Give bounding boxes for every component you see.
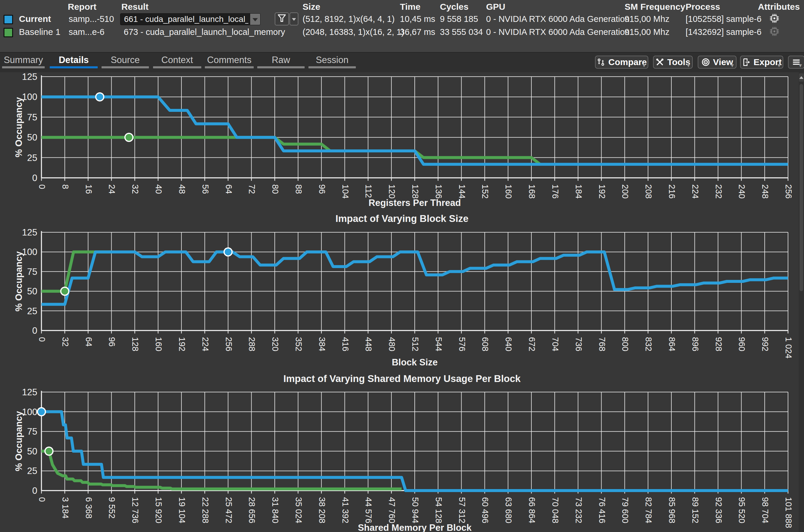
chart3-xlabel: Shared Memory Per Block — [358, 522, 471, 532]
chart1-ylabel: % Occupancy — [14, 97, 24, 157]
tab-underline — [257, 66, 305, 68]
col-process: Process — [686, 2, 720, 12]
row-current-size: (512, 8192, 1)x(64, 4, 1) — [302, 13, 395, 25]
row-baseline-size: (2048, 16383, 1)x(16, 2, 1) — [302, 26, 404, 38]
chart1-xlabel: Registers Per Thread — [369, 198, 461, 208]
tab-source[interactable]: Source — [101, 53, 149, 73]
col-report: Report — [68, 2, 96, 12]
view-button[interactable]: View ▼ — [698, 56, 736, 69]
chevron-down-icon: ▼ — [777, 63, 782, 69]
chevron-down-icon: ▼ — [686, 63, 691, 69]
scroll-up-button[interactable] — [799, 73, 804, 82]
tab-context[interactable]: Context — [153, 53, 201, 73]
attributes-chip-icon[interactable] — [769, 26, 780, 37]
tab-summary[interactable]: Summary — [2, 53, 45, 73]
chart2-title: Impact of Varying Block Size — [335, 213, 468, 224]
attributes-chip-icon[interactable] — [769, 13, 780, 24]
tab-underline — [101, 66, 149, 68]
tab-underline — [50, 66, 98, 68]
col-sm-frequency: SM Frequency — [624, 2, 685, 12]
tab-underline — [308, 66, 356, 68]
export-icon — [742, 58, 750, 66]
compare-icon — [597, 58, 605, 66]
current-color-swatch — [3, 15, 13, 24]
compare-button[interactable]: Compare ▼ — [595, 56, 648, 69]
filter-dropdown-button[interactable] — [289, 13, 298, 25]
chart3-title: Impact of Varying Shared Memory Usage Pe… — [283, 373, 520, 384]
baseline-color-swatch — [3, 28, 13, 37]
row-current-smfreq: 915,00 Mhz — [624, 13, 670, 25]
funnel-icon — [276, 13, 288, 24]
row-current-time: 10,45 ms — [400, 13, 435, 25]
details-charts-pane — [0, 72, 804, 532]
col-cycles: Cycles — [440, 2, 469, 12]
tab-session[interactable]: Session — [308, 53, 356, 73]
chevron-down-icon: ▼ — [641, 63, 647, 69]
tab-details[interactable]: Details — [50, 53, 98, 73]
arrow-up-icon — [799, 76, 803, 79]
page-tabbar: Summary Details Source Context Comments … — [0, 52, 804, 73]
row-baseline-process: [1432692] sample-6 — [686, 26, 761, 38]
result-select[interactable]: 661 - cuda_parallel_launch_local_mer — [120, 13, 261, 25]
scrollbar-thumb[interactable] — [800, 84, 803, 291]
col-result: Result — [121, 2, 149, 12]
chart3-ylabel: % Occupancy — [14, 411, 24, 471]
tools-icon — [655, 58, 664, 66]
row-baseline-name: Baseline 1 — [19, 26, 60, 38]
tab-raw[interactable]: Raw — [257, 53, 305, 73]
result-select-value: 661 - cuda_parallel_launch_local_mer — [124, 14, 248, 25]
row-baseline-time: 36,67 ms — [400, 26, 435, 38]
export-button[interactable]: Export ▼ — [740, 56, 783, 69]
col-gpu: GPU — [486, 2, 505, 12]
chevron-down-icon: ▼ — [798, 63, 803, 69]
view-icon — [701, 58, 710, 66]
tab-underline — [205, 66, 254, 68]
chart2-ylabel: % Occupancy — [14, 251, 24, 311]
col-attributes: Attributes — [758, 2, 800, 12]
tab-underline — [153, 66, 201, 68]
row-baseline-smfreq: 915,00 Mhz — [624, 26, 670, 38]
vertical-scrollbar[interactable] — [799, 72, 804, 532]
row-current-cycles: 9 558 185 — [440, 13, 478, 25]
row-baseline-cycles: 33 555 034 — [440, 26, 483, 38]
result-select-arrow[interactable] — [250, 14, 260, 25]
row-baseline-gpu: 0 - NVIDIA RTX 6000 Ada Generation — [486, 26, 630, 38]
chevron-down-icon — [292, 18, 296, 21]
more-menu-button[interactable]: ▼ — [788, 56, 804, 69]
comparison-header: Report Result Size Time Cycles GPU SM Fr… — [0, 0, 804, 52]
chevron-down-icon: ▼ — [730, 63, 735, 69]
row-baseline-result: 673 - cuda_parallel_launch_local_memory — [124, 26, 285, 38]
row-current-name: Current — [19, 13, 51, 25]
col-time: Time — [400, 2, 420, 12]
row-baseline-report: sam...e-6 — [69, 26, 105, 38]
tab-underline — [2, 66, 45, 68]
filter-button[interactable] — [275, 13, 289, 25]
tab-comments[interactable]: Comments — [205, 53, 254, 73]
row-current-process: [1052558] sample-6 — [686, 13, 761, 25]
row-current-report: samp...-510 — [69, 13, 114, 25]
col-size: Size — [302, 2, 320, 12]
chart2-xlabel: Block Size — [392, 357, 437, 368]
row-current-gpu: 0 - NVIDIA RTX 6000 Ada Generation — [486, 13, 630, 25]
chevron-down-icon — [253, 18, 258, 21]
tools-button[interactable]: Tools ▼ — [653, 56, 693, 69]
